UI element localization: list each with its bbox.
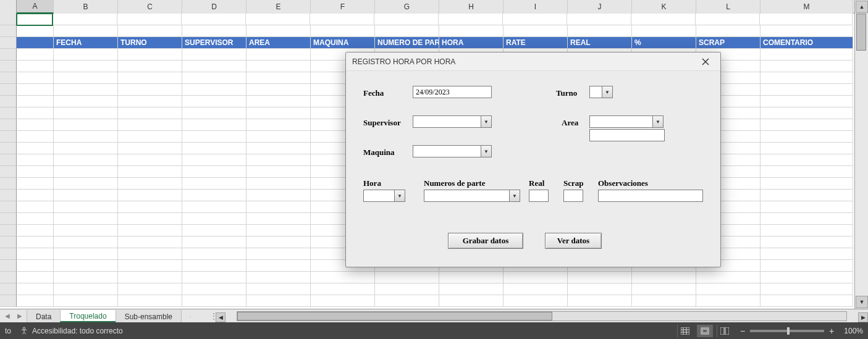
sheet-nav-next-icon[interactable]: ▶ xyxy=(17,312,22,319)
cell[interactable] xyxy=(246,166,311,178)
cell[interactable] xyxy=(311,272,375,283)
view-page-layout-button[interactable] xyxy=(697,325,713,337)
cell[interactable] xyxy=(632,25,696,37)
cell[interactable] xyxy=(439,283,504,295)
row-header[interactable] xyxy=(0,166,17,178)
cell[interactable] xyxy=(54,25,118,37)
cell[interactable]: % xyxy=(632,37,696,49)
cell[interactable] xyxy=(118,154,182,166)
row-header[interactable] xyxy=(0,72,17,84)
cell[interactable] xyxy=(118,248,182,260)
scrap-input[interactable] xyxy=(563,190,583,202)
cell[interactable] xyxy=(17,107,54,119)
cell[interactable] xyxy=(118,201,182,213)
cell[interactable] xyxy=(118,61,182,72)
cell[interactable] xyxy=(761,49,853,61)
cell[interactable] xyxy=(182,201,246,213)
cell[interactable] xyxy=(246,119,311,131)
cell[interactable] xyxy=(374,14,439,25)
cell[interactable] xyxy=(118,213,182,225)
cell[interactable] xyxy=(761,143,853,154)
cell[interactable] xyxy=(246,260,311,272)
cell[interactable] xyxy=(17,190,54,201)
ver-datos-button[interactable]: Ver datos xyxy=(545,233,602,249)
row-header[interactable] xyxy=(0,37,17,49)
cell[interactable] xyxy=(760,14,853,25)
cell[interactable] xyxy=(54,96,118,107)
cell[interactable]: COMENTARIO xyxy=(761,37,853,49)
column-header-G[interactable]: G xyxy=(375,0,439,14)
cell[interactable] xyxy=(182,14,246,25)
cell[interactable] xyxy=(182,178,246,190)
row-header[interactable] xyxy=(0,143,17,154)
cell[interactable] xyxy=(54,154,118,166)
hscroll-thumb[interactable] xyxy=(237,312,552,320)
cell[interactable] xyxy=(118,236,182,248)
cell[interactable] xyxy=(17,213,54,225)
cell[interactable] xyxy=(504,283,568,295)
cell[interactable] xyxy=(17,236,54,248)
cell[interactable] xyxy=(761,248,853,260)
cell[interactable] xyxy=(246,143,311,154)
cell[interactable] xyxy=(696,283,761,295)
cell[interactable]: AREA xyxy=(246,37,311,49)
cell[interactable] xyxy=(761,283,853,295)
row-header[interactable] xyxy=(0,283,17,295)
cell[interactable] xyxy=(17,72,54,84)
cell[interactable] xyxy=(246,283,311,295)
cell[interactable] xyxy=(439,14,503,25)
cell[interactable] xyxy=(182,25,246,37)
cell[interactable] xyxy=(54,213,118,225)
row-header[interactable] xyxy=(0,190,17,201)
cell[interactable] xyxy=(17,119,54,131)
cell[interactable] xyxy=(568,272,632,283)
num-parte-input[interactable] xyxy=(424,190,509,202)
row-header[interactable] xyxy=(0,119,17,131)
cell[interactable] xyxy=(246,190,311,201)
dialog-titlebar[interactable]: REGISTRO HORA POR HORA xyxy=(346,52,720,71)
cell[interactable]: HORA xyxy=(439,37,504,49)
cell[interactable] xyxy=(439,272,504,283)
cell[interactable] xyxy=(375,272,439,283)
cell[interactable] xyxy=(761,96,853,107)
cell[interactable] xyxy=(182,143,246,154)
cell[interactable] xyxy=(118,49,182,61)
row-header[interactable] xyxy=(0,201,17,213)
cell[interactable] xyxy=(761,225,853,236)
zoom-slider[interactable] xyxy=(750,330,824,332)
cell[interactable] xyxy=(246,225,311,236)
turno-combo[interactable]: ▼ xyxy=(589,86,613,98)
row-header[interactable] xyxy=(0,260,17,272)
dropdown-icon[interactable]: ▼ xyxy=(602,86,613,98)
supervisor-input[interactable] xyxy=(413,115,481,128)
cell[interactable] xyxy=(117,14,182,25)
row-header[interactable] xyxy=(0,154,17,166)
cell[interactable] xyxy=(54,272,118,283)
cell[interactable] xyxy=(54,295,118,307)
cell[interactable] xyxy=(118,295,182,307)
cell[interactable] xyxy=(182,248,246,260)
cell[interactable] xyxy=(246,154,311,166)
cell[interactable] xyxy=(632,272,696,283)
area-extra-input[interactable] xyxy=(589,129,665,141)
cell[interactable] xyxy=(311,25,375,37)
cell[interactable] xyxy=(118,283,182,295)
cell[interactable] xyxy=(118,225,182,236)
cell[interactable] xyxy=(182,72,246,84)
cell[interactable] xyxy=(696,295,761,307)
cell[interactable] xyxy=(375,25,439,37)
cell[interactable] xyxy=(54,119,118,131)
cell[interactable]: MAQUINA xyxy=(311,37,375,49)
column-header-D[interactable]: D xyxy=(182,0,246,14)
row-header[interactable] xyxy=(0,25,17,37)
turno-input[interactable] xyxy=(589,86,602,98)
cell[interactable] xyxy=(182,283,246,295)
row-header[interactable] xyxy=(0,49,17,61)
cell[interactable] xyxy=(118,272,182,283)
grabar-datos-button[interactable]: Grabar datos xyxy=(448,233,523,249)
cell[interactable] xyxy=(182,272,246,283)
cell[interactable] xyxy=(761,119,853,131)
accessibility-status[interactable]: Accesibilidad: todo correcto xyxy=(20,327,123,335)
cell[interactable] xyxy=(182,96,246,107)
cell[interactable] xyxy=(182,49,246,61)
